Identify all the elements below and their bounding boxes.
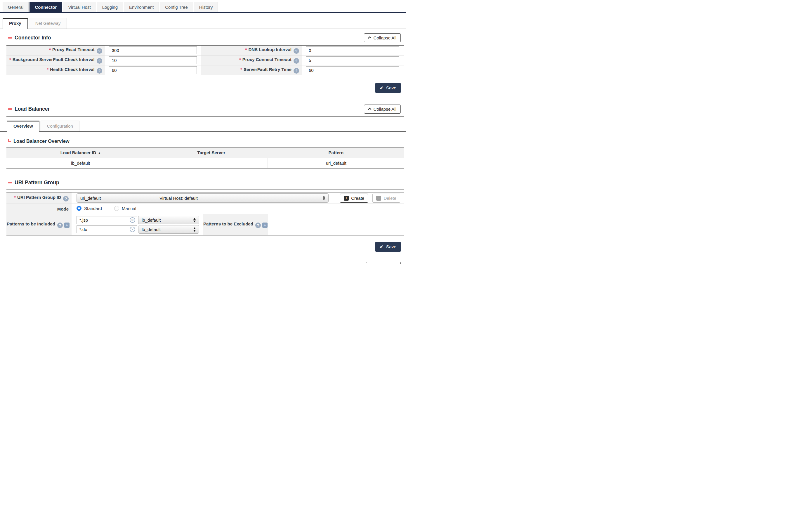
section-title: Connector Info [15, 35, 51, 41]
help-icon[interactable]: ? [293, 58, 299, 64]
select-spinner-icon [193, 218, 196, 222]
field-label-proxy-read-timeout: *Proxy Read Timeout? [6, 45, 105, 56]
mode-radio-manual[interactable]: Manual [114, 206, 136, 211]
included-pattern-input-do[interactable] [76, 225, 137, 233]
excluded-patterns-empty-cell [268, 214, 404, 236]
subtab-configuration[interactable]: Configuration [41, 121, 79, 131]
dns-lookup-interval-input[interactable] [306, 46, 399, 54]
field-label-health-check-interval: *Health Check Interval? [6, 65, 105, 75]
field-label-patterns-included: Patterns to be Included?+ [6, 214, 72, 236]
check-icon: ✔ [380, 85, 383, 90]
included-pattern-row: ✕ lb_default [76, 225, 203, 234]
delete-label: Delete [383, 196, 396, 201]
section-divider [6, 190, 404, 190]
load-balancer-header: Load Balancer Collapse All [8, 104, 401, 114]
select-spinner-icon [193, 227, 196, 232]
tab-virtual-host[interactable]: Virtual Host [63, 2, 96, 12]
collapse-all-button[interactable]: Collapse All [364, 105, 401, 114]
section-minus-icon [8, 37, 12, 39]
tab-connector[interactable]: Connector [29, 2, 62, 12]
select-value: lb_default [142, 218, 161, 222]
add-pattern-icon[interactable]: + [64, 222, 70, 228]
required-marker: * [47, 67, 48, 72]
help-icon[interactable]: ? [97, 68, 102, 74]
included-pattern-input-jsp[interactable] [76, 216, 137, 224]
help-icon[interactable]: ? [293, 68, 299, 74]
required-marker: * [245, 47, 247, 52]
required-marker: * [14, 195, 16, 200]
lb-overview-header: Load Balancer Overview [8, 138, 401, 144]
collapse-all-label: Collapse All [374, 35, 396, 40]
tab-logging[interactable]: Logging [97, 2, 123, 12]
mode-radio-standard[interactable]: Standard [76, 206, 102, 211]
uri-pattern-group-id-select[interactable]: uri_default Virtual Host: default [76, 193, 329, 203]
remove-pattern-icon[interactable]: ✕ [130, 226, 135, 232]
radio-label: Standard [84, 206, 102, 211]
section-divider [6, 116, 404, 117]
connector-sub-tab-bar: Proxy Net Gateway [0, 18, 406, 29]
plus-icon: + [344, 196, 349, 201]
create-button[interactable]: + Create [340, 194, 368, 203]
help-icon[interactable]: ? [57, 222, 63, 228]
save-button[interactable]: ✔ Save [375, 83, 401, 93]
create-label: Create [351, 196, 364, 201]
subtab-net-gateway[interactable]: Net Gateway [29, 18, 67, 29]
expand-all-button[interactable]: Expand All [366, 262, 401, 264]
add-pattern-icon[interactable]: + [262, 222, 267, 228]
subtab-proxy[interactable]: Proxy [3, 18, 28, 29]
help-icon[interactable]: ? [293, 48, 299, 54]
help-icon[interactable]: ? [63, 196, 69, 202]
tab-environment[interactable]: Environment [124, 2, 159, 12]
section-title: URI Pattern Group [15, 180, 59, 186]
proxy-read-timeout-input[interactable] [109, 46, 197, 54]
radio-label: Manual [122, 206, 136, 211]
included-pattern-lb-select[interactable]: lb_default [138, 225, 199, 234]
serverfault-retry-time-input[interactable] [306, 66, 399, 74]
tab-config-tree[interactable]: Config Tree [160, 2, 193, 12]
uri-pattern-group-form: *URI Pattern Group ID? uri_default Virtu… [6, 192, 404, 236]
cell-target-server [155, 158, 268, 168]
field-label-dns-lookup-interval: *DNS Lookup Interval? [201, 45, 302, 56]
collapse-all-button[interactable]: Collapse All [364, 33, 401, 42]
sort-ascending-icon: ▲ [98, 151, 101, 155]
form-row: *Proxy Read Timeout? *DNS Lookup Interva… [6, 45, 404, 56]
column-header-pattern[interactable]: Pattern [268, 147, 404, 158]
subsection-corner-icon [8, 139, 11, 142]
field-label-uri-pattern-group-id: *URI Pattern Group ID? [6, 192, 72, 204]
help-icon[interactable]: ? [97, 58, 102, 64]
included-pattern-lb-select[interactable]: lb_default [138, 216, 199, 224]
help-icon[interactable]: ? [97, 48, 102, 54]
form-row: Mode Standard Manual [6, 204, 404, 214]
background-serverfault-check-interval-input[interactable] [109, 56, 197, 64]
section-minus-icon [8, 108, 12, 110]
field-label-proxy-connect-timeout: *Proxy Connect Timeout? [201, 56, 302, 65]
tab-history[interactable]: History [194, 2, 218, 12]
form-row: Patterns to be Included?+ ✕ lb_default ✕ [6, 214, 404, 236]
form-row: *Background ServerFault Check Interval? … [6, 56, 404, 65]
included-pattern-row: ✕ lb_default [76, 216, 203, 224]
section-minus-icon [8, 182, 12, 184]
tab-general[interactable]: General [3, 2, 29, 12]
help-icon[interactable]: ? [255, 222, 261, 228]
connector-info-form: *Proxy Read Timeout? *DNS Lookup Interva… [6, 45, 404, 75]
save-label: Save [386, 244, 396, 249]
column-header-target-server[interactable]: Target Server [155, 147, 268, 158]
form-row: *URI Pattern Group ID? uri_default Virtu… [6, 192, 404, 204]
expand-all-label: Expand All [376, 264, 396, 264]
save-button[interactable]: ✔ Save [375, 242, 401, 252]
proxy-connect-timeout-input[interactable] [306, 56, 399, 64]
subtab-overview[interactable]: Overview [7, 121, 40, 132]
remove-pattern-icon[interactable]: ✕ [130, 217, 135, 223]
form-row: *Health Check Interval? *ServerFault Ret… [6, 65, 404, 75]
save-label: Save [386, 85, 396, 90]
section-title: Enable Custom [15, 263, 52, 264]
chevron-up-icon [368, 36, 372, 40]
select-detail: Virtual Host: default [159, 196, 198, 201]
field-label-background-serverfault-check-interval: *Background ServerFault Check Interval? [6, 56, 105, 65]
collapse-all-label: Collapse All [374, 107, 396, 112]
health-check-interval-input[interactable] [109, 66, 197, 74]
field-label-patterns-excluded: Patterns to be Excluded?+ [203, 214, 268, 236]
column-header-load-balancer-id[interactable]: Load Balancer ID▲ [6, 147, 155, 158]
delete-button: − Delete [373, 194, 400, 203]
required-marker: * [9, 57, 11, 62]
